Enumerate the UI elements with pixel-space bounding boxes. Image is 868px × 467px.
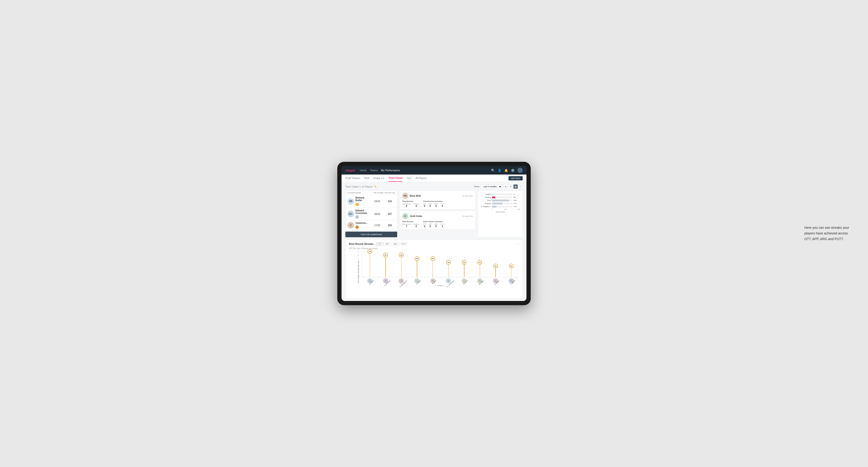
ott-filter-btn[interactable]: OTT	[376, 242, 383, 246]
tournament-label: Tournament	[402, 203, 411, 205]
bar-value: 311	[514, 203, 520, 205]
streak-bubble: 4x	[462, 260, 467, 264]
logo: clippd	[345, 168, 355, 172]
two-col-layout: PLAYER NAME PB SCORE PB AVG SQ RB Richar…	[345, 191, 523, 237]
search-icon[interactable]: 🔍	[491, 168, 495, 172]
subnav-all-players[interactable]: All Players	[415, 175, 427, 182]
rank-badge: 2	[355, 215, 359, 219]
bar-row: Bogeys 311	[480, 203, 520, 205]
card-name: Rees Britt	[410, 195, 421, 197]
annotation: Here you can see streaks your players ha…	[804, 225, 854, 242]
detail-view-btn[interactable]: ≡	[519, 184, 523, 189]
streaks-arrow-icon: ←	[374, 243, 376, 245]
bottom-section: Best Round Streaks ← OTT APP ARG PUTT ← …	[345, 240, 523, 299]
bar-label: D. Bogeys +	[480, 206, 491, 208]
card-stats: Total Rounds Tournament 7 Practice	[402, 220, 473, 228]
card-date: 26 Aug 2023	[462, 215, 473, 217]
streak-bubble: 6x	[399, 253, 404, 257]
streak-col: 3x C. Quick	[503, 251, 519, 277]
player-row[interactable]: RB Richard Butler 1 19/20 110	[345, 195, 397, 208]
streak-bars: 7 6 5 4 3 2 1 0 7x E. Ebert 6x	[362, 251, 519, 277]
bar-row: D. Bogeys + 131	[480, 206, 520, 208]
player-name: Richard Butler	[355, 196, 370, 201]
sub-nav-right: Add Team	[508, 176, 523, 181]
avatar[interactable]: 👤	[518, 168, 523, 173]
total-rounds-label: Total Rounds	[402, 200, 419, 203]
tournament-value: 8	[406, 205, 407, 207]
player-info: Richard Butler 1	[355, 196, 370, 206]
grid-view-btn[interactable]: ⊞	[503, 184, 508, 189]
app-stat: APP 0	[429, 203, 432, 207]
player-score: 19/20	[371, 200, 383, 203]
bar-row: Eagles 3	[480, 193, 520, 195]
bar-label: Eagles	[480, 193, 491, 195]
avatar: RB	[347, 198, 354, 205]
streak-col: 6x D. Billingham	[394, 251, 409, 277]
nav-right: 🔍 👤 🔔 ⚙️ 👤	[491, 168, 523, 173]
streak-col: 4x M. Miller	[472, 251, 488, 277]
app-filter-btn[interactable]: APP	[384, 242, 391, 246]
show-filter: Show Last 3 months Last 6 months Last ye…	[474, 184, 523, 189]
card-name: Josh Coles	[410, 215, 422, 217]
putt-filter-btn[interactable]: PUTT	[400, 242, 408, 246]
card-player-info: JC Josh Coles 26 Aug 2023	[402, 213, 473, 219]
edit-icon[interactable]: ✏️	[374, 185, 377, 188]
nav-my-performance[interactable]: My Performance	[381, 169, 400, 172]
tablet-frame: clippd Home Teams My Performance 🔍 👤 🔔 ⚙…	[337, 162, 531, 305]
total-rounds-group: Total Rounds Tournament 8 Practice	[402, 200, 419, 207]
player-name-header: PLAYER NAME	[347, 192, 373, 194]
subnav-tour[interactable]: Tour	[407, 175, 411, 182]
nav-home[interactable]: Home	[360, 169, 367, 172]
bar-fill	[492, 196, 495, 198]
bell-icon[interactable]: 🔔	[504, 168, 508, 172]
left-panel: PLAYER NAME PB SCORE PB AVG SQ RB Richar…	[345, 191, 397, 237]
player-row[interactable]: C Cameron... 3 17/20 103	[345, 220, 397, 230]
subnav-pga[interactable]: PGA	[364, 175, 369, 182]
nav-bar: clippd Home Teams My Performance 🔍 👤 🔔 ⚙…	[342, 166, 526, 175]
subnav-hcaps[interactable]: Hcaps 1-5	[374, 175, 384, 182]
putt-stat: PUTT 0	[440, 203, 444, 207]
nav-teams[interactable]: Teams	[370, 169, 378, 172]
subnav-pgat[interactable]: PGAT Players	[345, 175, 360, 182]
rank-badge: 3	[355, 225, 359, 229]
list-view-btn[interactable]: ☰	[508, 184, 513, 189]
arg-filter-btn[interactable]: ARG	[392, 242, 399, 246]
team-header: Team Clippd | 14 Players ✏️ Show Last 3 …	[345, 184, 523, 189]
bar-fill	[492, 203, 503, 205]
practice-stat: Practice 2	[413, 223, 419, 228]
streak-bubble: 5x	[415, 256, 420, 261]
streak-line	[401, 255, 402, 277]
tournament-stat: Tournament 7	[402, 223, 411, 228]
person-icon[interactable]: 👤	[498, 168, 501, 172]
add-team-button[interactable]: Add Team	[508, 176, 523, 181]
subnav-team-clippd[interactable]: Team Clippd	[389, 175, 402, 182]
practice-stat: Practice 4	[413, 203, 419, 207]
bar-fill	[492, 206, 497, 208]
practice-stat-row: OTT 0 APP 0 ARG	[423, 223, 444, 228]
bar-track	[492, 193, 513, 195]
sub-nav: PGAT Players PGA Hcaps 1-5 Team Clippd T…	[342, 175, 526, 182]
player-row[interactable]: EC Edward Crossman 2 18/20 107	[345, 208, 397, 220]
player-card: RB Rees Britt 02 Sep 2023 Total Rounds T…	[400, 191, 475, 210]
period-select[interactable]: Last 3 months Last 6 months Last year	[481, 184, 502, 189]
x-axis-title: Total Shots	[480, 211, 520, 213]
streak-chart-container: Best Streak, Fairway Accuracy 7 6 5 4 3 …	[349, 251, 519, 296]
practice-activities-label: Total Practice Activities	[423, 200, 444, 203]
main-content: Team Clippd | 14 Players ✏️ Show Last 3 …	[342, 182, 526, 301]
bar-track	[492, 196, 513, 198]
streak-line	[433, 259, 433, 277]
card-avatar: RB	[402, 193, 408, 199]
table-view-btn[interactable]: ▦	[514, 184, 518, 189]
player-info: Cameron... 3	[355, 222, 370, 229]
settings-icon[interactable]: ⚙️	[511, 168, 515, 172]
card-date: 02 Sep 2023	[462, 195, 473, 197]
streak-bubble: 3x	[493, 264, 498, 269]
streak-bubble: 4x	[477, 260, 482, 264]
streak-col: 4x D. Ford	[456, 251, 472, 277]
practice-activities-group: Total Practice Activities OTT 0 APP	[423, 200, 444, 207]
practice-stat-row: OTT 0 APP 0 ARG	[423, 203, 444, 207]
bar-value: 3	[514, 193, 520, 195]
bar-label: Bogeys	[480, 203, 491, 205]
view-full-leaderboard-button[interactable]: View Full Leaderboard	[345, 231, 397, 237]
practice-label: Practice	[413, 203, 419, 205]
